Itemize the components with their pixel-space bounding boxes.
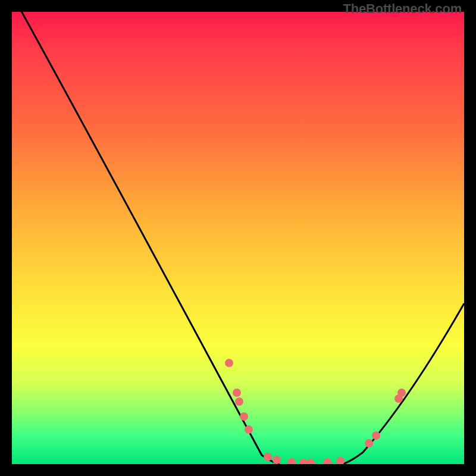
data-point — [264, 453, 272, 461]
data-point — [235, 397, 243, 406]
data-points — [225, 359, 406, 464]
data-point — [397, 389, 406, 397]
data-point — [365, 439, 373, 447]
data-point — [323, 458, 331, 464]
data-point — [240, 412, 248, 421]
data-point — [299, 459, 308, 464]
data-point — [273, 456, 281, 464]
watermark: TheBottleneck.com — [343, 1, 462, 17]
curve-overlay — [12, 12, 464, 464]
data-point — [287, 458, 296, 464]
data-point — [372, 431, 380, 440]
data-point — [233, 389, 241, 397]
data-point — [245, 425, 253, 434]
chart-frame — [12, 12, 464, 464]
data-point — [306, 459, 315, 464]
data-point — [336, 457, 345, 464]
data-point — [225, 359, 233, 367]
